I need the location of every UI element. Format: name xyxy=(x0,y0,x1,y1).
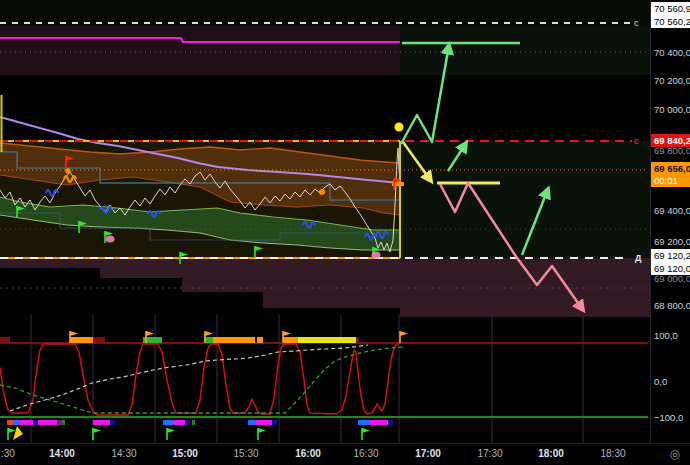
band-top-maroon xyxy=(0,26,400,75)
strip-bottom-segment xyxy=(358,420,370,425)
time-tick-label: 16:00 xyxy=(295,448,321,459)
strip-bottom-segment xyxy=(110,420,115,425)
strip-bottom-segment xyxy=(192,420,195,425)
region-mid-green xyxy=(400,141,650,258)
time-tick-label: 15:00 xyxy=(172,448,198,459)
level-label-lower[interactable]: Д xyxy=(635,253,641,263)
time-axis[interactable]: ◎ :3014:0014:3015:0015:3016:0016:3017:00… xyxy=(0,443,690,465)
price-badge: 70 560,2 xyxy=(651,15,690,28)
strip-bottom-segment xyxy=(14,420,20,425)
time-tick-label: :30 xyxy=(1,448,15,459)
time-tick-label: 15:30 xyxy=(233,448,258,459)
strip-bottom-segment xyxy=(248,420,256,425)
strip-bottom-segment xyxy=(370,420,388,425)
price-tick-label: −100,0 xyxy=(651,411,690,424)
strip-bottom-segment xyxy=(62,420,65,425)
level-label-upper[interactable]: c xyxy=(634,18,639,28)
strip-top-segment xyxy=(93,337,105,343)
price-badge: 69 840,2 xyxy=(651,134,690,147)
strip-top-segment xyxy=(70,337,93,343)
price-tick-label: 70 200,0 xyxy=(651,74,690,87)
strip-top-segment xyxy=(257,337,263,343)
strip-bottom-segment xyxy=(33,420,38,425)
gear-icon[interactable]: ◎ xyxy=(670,447,680,461)
time-tick-label: 18:30 xyxy=(600,448,625,459)
strip-top-segment xyxy=(0,337,10,343)
price-tick-label: 70 000,0 xyxy=(651,103,690,116)
strip-bottom-segment xyxy=(173,420,185,425)
time-tick-label: 14:30 xyxy=(111,448,136,459)
strip-bottom-segment xyxy=(185,420,190,425)
drawing-yellow-dot[interactable] xyxy=(395,123,404,132)
strip-bottom-segment xyxy=(57,420,62,425)
strip-bottom-segment xyxy=(163,420,173,425)
price-badge: 69 656,000:01 xyxy=(651,162,690,187)
price-axis[interactable]: 70 560,970 560,270 400,070 200,070 000,0… xyxy=(650,0,690,443)
price-tick-label: 69 400,0 xyxy=(651,204,690,217)
strip-top-segment xyxy=(345,337,356,343)
price-badge: 70 560,9 xyxy=(651,2,690,15)
time-tick-label: 17:00 xyxy=(415,448,441,459)
strip-bottom-segment xyxy=(256,420,272,425)
strip-bottom-segment xyxy=(388,420,393,425)
blob-marker-icon xyxy=(372,252,381,259)
price-badge: 69 120,0 xyxy=(651,262,690,275)
price-tick-label: 0,0 xyxy=(651,375,690,388)
time-tick-label: 16:30 xyxy=(353,448,378,459)
strip-bottom-segment xyxy=(93,420,110,425)
band-top-green xyxy=(400,26,650,75)
price-tick-label: 68 800,0 xyxy=(651,299,690,312)
dot-marker-icon xyxy=(65,168,71,174)
strip-top-segment xyxy=(356,337,359,343)
price-badge: 69 120,2 xyxy=(651,249,690,262)
dot-marker-icon xyxy=(319,189,325,195)
blob-marker-icon xyxy=(106,236,115,243)
strip-top-segment xyxy=(283,337,298,343)
chart-layers xyxy=(0,0,650,443)
level-label-middle[interactable]: с xyxy=(634,136,639,146)
strip-top-segment xyxy=(298,337,345,343)
time-tick-label: 14:00 xyxy=(49,448,75,459)
strip-bottom-segment xyxy=(7,420,14,425)
strip-bottom-segment xyxy=(38,420,57,425)
strip-bottom-segment xyxy=(272,420,277,425)
chart-canvas[interactable] xyxy=(0,0,690,465)
chart-root: c с Д 70 560,970 560,270 400,070 200,070… xyxy=(0,0,690,465)
strip-top-segment xyxy=(213,337,255,343)
time-tick-label: 18:00 xyxy=(538,448,564,459)
price-tick-label: 100,0 xyxy=(651,329,690,342)
price-tick-label: 70 400,0 xyxy=(651,46,690,59)
time-tick-label: 17:30 xyxy=(477,448,502,459)
price-tick-label: 69 200,0 xyxy=(651,235,690,248)
countdown-timer: 00:01 xyxy=(654,175,690,187)
strip-bottom-segment xyxy=(20,420,33,425)
